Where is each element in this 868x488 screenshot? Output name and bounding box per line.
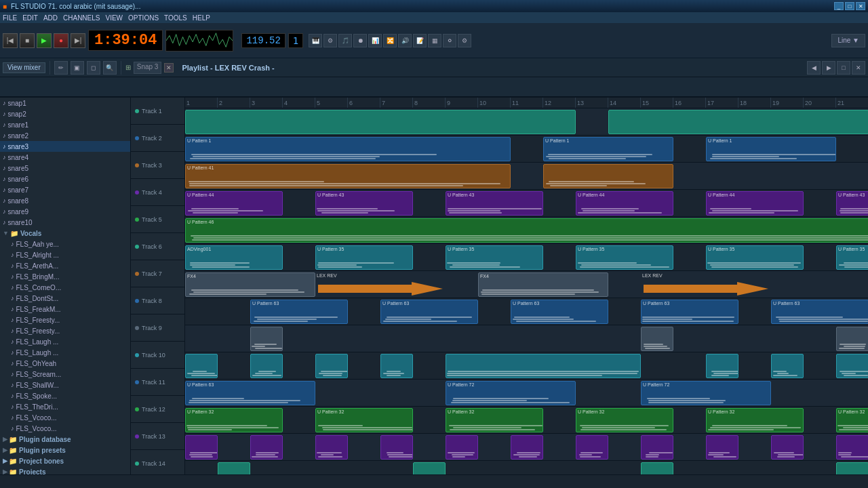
pattern-block-t1-0[interactable]: [185, 110, 576, 134]
pattern-block-t12-2[interactable]: U Pattern 32: [446, 408, 543, 432]
pattern-block-t10-4[interactable]: [446, 354, 641, 378]
pattern-block-t9-2[interactable]: [836, 327, 868, 351]
pattern-block-t13-5[interactable]: [511, 435, 543, 460]
browser-item-flslaugh[interactable]: ♪FLS_Laugh ...: [0, 336, 130, 347]
track-row-4[interactable]: U Pattern 44U Pattern 43U Pattern 43U Pa…: [185, 190, 868, 217]
tb-icon-8[interactable]: 📝: [413, 34, 427, 47]
track-label-3[interactable]: Track 3: [131, 152, 184, 179]
pattern-block-t4-0[interactable]: U Pattern 44: [185, 191, 283, 216]
pattern-block-t6-3[interactable]: U Pattern 35: [576, 245, 673, 270]
pattern-block-t13-2[interactable]: [315, 435, 348, 460]
tb-icon-3[interactable]: 🎵: [338, 34, 352, 47]
browser-item-snare9[interactable]: ♪snare9: [0, 206, 130, 217]
browser-item-snap2[interactable]: ♪snap2: [0, 108, 130, 119]
pattern-block-t13-7[interactable]: [641, 435, 673, 460]
pattern-block-t12-3[interactable]: U Pattern 32: [576, 408, 673, 432]
browser-item-vocals[interactable]: ▼📁Vocals: [0, 228, 130, 239]
browser-item-snare8[interactable]: ♪snare8: [0, 195, 130, 206]
pattern-block-t12-0[interactable]: U Pattern 32: [185, 408, 283, 432]
pattern-block-t13-4[interactable]: [446, 435, 478, 460]
pattern-block-t6-4[interactable]: U Pattern 35: [706, 245, 804, 270]
pattern-block-t13-0[interactable]: [185, 435, 218, 460]
pattern-block-t3-1[interactable]: [543, 164, 673, 188]
pattern-block-t5-0[interactable]: U Pattern 46: [185, 218, 868, 243]
pattern-block-t4-3[interactable]: U Pattern 44: [576, 191, 673, 216]
track-row-1[interactable]: Pattern 42: [185, 108, 868, 136]
pattern-block-t7-3[interactable]: LEX REV: [641, 272, 771, 297]
pattern-block-t14-1[interactable]: [413, 462, 446, 474]
pattern-block-t13-9[interactable]: [771, 435, 804, 460]
track-row-11[interactable]: U Pattern 63U Pattern 72U Pattern 72U Pa…: [185, 380, 868, 407]
browser-item-snap1[interactable]: ♪snap1: [0, 98, 130, 108]
pattern-block-t1-1[interactable]: [608, 110, 868, 134]
browser-item-flsthedri[interactable]: ♪FLS_TheDri...: [0, 401, 130, 412]
pattern-block-t14-3[interactable]: [836, 462, 868, 474]
playlist-icon-2[interactable]: ▶: [822, 61, 835, 75]
pattern-block-t10-1[interactable]: [250, 354, 283, 378]
pattern-block-t10-2[interactable]: [315, 354, 348, 378]
track-label-4[interactable]: Track 4: [131, 179, 184, 206]
pattern-block-t2-2[interactable]: U Pattern 1: [706, 137, 836, 161]
browser-item-flsaretha[interactable]: ♪FLS_ArethA...: [0, 260, 130, 271]
browser-item-flsshallw[interactable]: ♪FLS_ShallW...: [0, 380, 130, 390]
pattern-block-t10-6[interactable]: [771, 354, 804, 378]
browser-item-projectbones[interactable]: ▶📁Project bones: [0, 455, 130, 466]
stop-btn[interactable]: ■: [20, 33, 35, 48]
track-label-5[interactable]: Track 5: [131, 206, 184, 233]
menu-file[interactable]: FILE: [3, 14, 17, 22]
menu-channels[interactable]: CHANNELS: [63, 14, 100, 22]
play-btn[interactable]: ▶: [37, 33, 52, 48]
pattern-block-t4-1[interactable]: U Pattern 43: [315, 191, 413, 216]
track-row-5[interactable]: U Pattern 46ADVing001ADVing001ADVing001: [185, 217, 868, 244]
pattern-block-t12-4[interactable]: U Pattern 32: [706, 408, 804, 432]
pattern-block-t8-4[interactable]: U Pattern 63: [771, 300, 868, 324]
tb-icon-4[interactable]: ⏺: [353, 34, 367, 47]
tb-icon-11[interactable]: ⚙: [458, 34, 471, 47]
tb-icon-9[interactable]: ▦: [428, 34, 441, 47]
browser-item-snare2[interactable]: ♪snare2: [0, 130, 130, 141]
track-label-9[interactable]: Track 9: [131, 314, 184, 342]
pattern-block-t10-5[interactable]: [706, 354, 738, 378]
pattern-block-t9-0[interactable]: [250, 327, 283, 351]
track-row-7[interactable]: FX4LEX REVFX4LEX REVLEX REVLEX REVFX4LEX…: [185, 271, 868, 298]
pattern-block-t13-1[interactable]: [250, 435, 283, 460]
snap-value[interactable]: Snap 3: [134, 62, 162, 74]
pattern-block-t7-0[interactable]: FX4: [185, 272, 315, 297]
tb-icon-6[interactable]: 🔀: [383, 34, 397, 47]
track-label-7[interactable]: Track 7: [131, 260, 184, 287]
snap-close[interactable]: ✕: [164, 63, 174, 73]
pattern-block-t6-2[interactable]: U Pattern 35: [446, 245, 543, 270]
browser-item-snare4[interactable]: ♪snare4: [0, 152, 130, 163]
pattern-block-t12-1[interactable]: U Pattern 32: [315, 408, 413, 432]
pattern-block-t2-0[interactable]: U Pattern 1: [185, 137, 511, 161]
view-mixer-btn[interactable]: View mixer: [3, 62, 45, 73]
tb-icon-5[interactable]: 📊: [368, 34, 382, 47]
menu-tools[interactable]: TOOLS: [164, 14, 187, 22]
tool-draw[interactable]: ✏: [54, 61, 68, 75]
track-row-10[interactable]: [185, 352, 868, 380]
browser-item-flsaahye[interactable]: ♪FLS_Aah ye...: [0, 239, 130, 249]
track-row-14[interactable]: [185, 461, 868, 474]
browser-item-flsfreesty[interactable]: ♪FLS_Freesty...: [0, 325, 130, 336]
tb-icon-10[interactable]: ⭘: [443, 34, 456, 47]
browser-item-snare1[interactable]: ♪snare1: [0, 119, 130, 130]
pattern-block-t13-8[interactable]: [706, 435, 738, 460]
playlist-close[interactable]: ✕: [852, 61, 865, 75]
pattern-block-t8-0[interactable]: U Pattern 63: [250, 300, 348, 324]
track-row-2[interactable]: U Pattern 1U Pattern 1U Pattern 1U Patte…: [185, 136, 868, 163]
track-label-13[interactable]: Track 13: [131, 423, 184, 450]
pattern-block-t10-7[interactable]: [836, 354, 868, 378]
browser-item-snare10[interactable]: ♪snare10: [0, 217, 130, 228]
track-content[interactable]: 1234567891011121314151617181920212223242…: [185, 98, 868, 474]
pattern-block-t6-0[interactable]: ADVing001: [185, 245, 283, 270]
track-label-1[interactable]: Track 1: [131, 98, 184, 125]
track-label-2[interactable]: Track 2: [131, 125, 184, 152]
pattern-block-t8-3[interactable]: U Pattern 63: [641, 300, 738, 324]
tb-icon-7[interactable]: 🔊: [398, 34, 412, 47]
browser-item-flsfreesty[interactable]: ♪FLS_Freesty...: [0, 314, 130, 325]
pattern-block-t11-0[interactable]: U Pattern 63: [185, 381, 315, 405]
tool-erase[interactable]: ◻: [87, 61, 100, 75]
minimize-btn[interactable]: _: [834, 2, 844, 10]
browser-item-flsscream[interactable]: ♪FLS_Scream...: [0, 369, 130, 380]
track-label-8[interactable]: Track 8: [131, 287, 184, 314]
